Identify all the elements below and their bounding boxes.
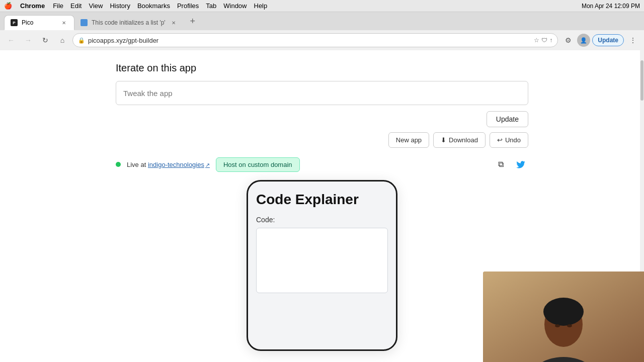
- reload-button[interactable]: ↻: [38, 33, 52, 47]
- address-bar-row: ← → ↻ ⌂ 🔒 picoapps.xyz/gpt-builder ☆ 🛡 ↑…: [0, 30, 644, 50]
- menu-dots-button[interactable]: ⋮: [626, 33, 640, 47]
- live-bar: Live at indigo-technologies↗ Host on cus…: [116, 157, 528, 172]
- menu-file[interactable]: File: [53, 2, 63, 10]
- page-content: Iterate on this app Update New app ⬇ Dow…: [0, 50, 644, 362]
- download-icon: ⬇: [441, 136, 446, 144]
- tab-bar: P Pico ✕ This code initializes a list 'p…: [0, 12, 644, 30]
- tab-code[interactable]: This code initializes a list 'p' ✕: [74, 15, 184, 30]
- browser-toolbar-right: ⚙ 👤 Update ⋮: [561, 33, 640, 47]
- code-favicon: [80, 19, 88, 26]
- new-app-label: New app: [396, 136, 422, 144]
- home-button[interactable]: ⌂: [55, 33, 69, 47]
- update-button[interactable]: Update: [487, 111, 528, 127]
- shield-icon[interactable]: 🛡: [541, 37, 547, 44]
- phone-frame: Code Explainer Code:: [247, 180, 397, 351]
- update-chrome-button[interactable]: Update: [592, 34, 624, 46]
- tab-pico-label: Pico: [22, 19, 56, 26]
- pico-favicon: P: [11, 19, 18, 26]
- menubar: 🍎 Chrome File Edit View History Bookmark…: [0, 0, 644, 12]
- app-name[interactable]: Chrome: [20, 2, 45, 10]
- twitter-share-button[interactable]: [513, 157, 528, 172]
- undo-button[interactable]: ↩ Undo: [490, 132, 528, 148]
- tab-code-close[interactable]: ✕: [170, 19, 178, 27]
- address-bar[interactable]: 🔒 picoapps.xyz/gpt-builder ☆ 🛡 ↑: [72, 33, 558, 47]
- code-textarea[interactable]: [256, 228, 388, 293]
- apple-menu[interactable]: 🍎: [4, 2, 12, 10]
- new-app-button[interactable]: New app: [388, 132, 429, 148]
- app-title: Code Explainer: [256, 192, 388, 208]
- menu-tab[interactable]: Tab: [206, 2, 216, 10]
- host-custom-domain-button[interactable]: Host on custom domain: [216, 157, 300, 172]
- phone-preview-container: Code Explainer Code:: [116, 180, 528, 351]
- content-wrapper: Iterate on this app Update New app ⬇ Dow…: [106, 62, 538, 351]
- live-indicator: [116, 162, 121, 167]
- scrollbar-thumb: [640, 60, 643, 101]
- external-link-icon: ↗: [205, 162, 210, 168]
- tab-code-label: This code initializes a list 'p': [92, 19, 166, 26]
- address-bar-icons: ☆ 🛡 ↑: [534, 37, 552, 44]
- menu-history[interactable]: History: [110, 2, 130, 10]
- svg-point-5: [567, 324, 572, 327]
- address-text: picoapps.xyz/gpt-builder: [88, 37, 531, 44]
- lock-icon: 🔒: [78, 37, 85, 44]
- menu-bookmarks[interactable]: Bookmarks: [137, 2, 170, 10]
- live-bar-right: ⧉: [493, 157, 528, 172]
- update-button-row: Update: [116, 111, 528, 127]
- undo-icon: ↩: [497, 136, 503, 144]
- profile-btn[interactable]: 👤: [577, 34, 590, 47]
- menu-help[interactable]: Help: [254, 2, 268, 10]
- download-label: Download: [449, 136, 478, 144]
- back-button[interactable]: ←: [4, 33, 18, 47]
- code-label: Code:: [256, 216, 388, 224]
- svg-point-4: [555, 324, 560, 327]
- copy-button[interactable]: ⧉: [493, 157, 508, 172]
- secondary-buttons-row: New app ⬇ Download ↩ Undo: [116, 132, 528, 148]
- new-tab-button[interactable]: +: [186, 14, 200, 28]
- person-silhouette: [483, 272, 644, 362]
- svg-point-3: [543, 298, 584, 326]
- menu-view[interactable]: View: [89, 2, 103, 10]
- forward-button[interactable]: →: [21, 33, 35, 47]
- live-text: Live at indigo-technologies↗: [127, 161, 210, 168]
- menu-time: Mon Apr 24 12:09 PM: [582, 3, 640, 10]
- menu-window[interactable]: Window: [223, 2, 247, 10]
- menu-edit[interactable]: Edit: [70, 2, 82, 10]
- undo-label: Undo: [505, 136, 521, 144]
- tab-pico-close[interactable]: ✕: [60, 19, 68, 27]
- tab-pico[interactable]: P Pico ✕: [4, 15, 74, 30]
- share-icon[interactable]: ↑: [549, 37, 552, 44]
- extensions-btn[interactable]: ⚙: [561, 33, 575, 47]
- iterate-title: Iterate on this app: [116, 62, 528, 74]
- webcam-feed: [483, 272, 644, 362]
- webcam-overlay: [483, 272, 644, 362]
- tweak-input[interactable]: [116, 81, 528, 105]
- live-link[interactable]: indigo-technologies↗: [148, 161, 210, 168]
- menu-profiles[interactable]: Profiles: [177, 2, 199, 10]
- menubar-right: Mon Apr 24 12:09 PM: [582, 3, 640, 10]
- download-button[interactable]: ⬇ Download: [433, 132, 486, 148]
- bookmark-icon[interactable]: ☆: [534, 37, 539, 44]
- menu-items: File Edit View History Bookmarks Profile…: [53, 2, 267, 10]
